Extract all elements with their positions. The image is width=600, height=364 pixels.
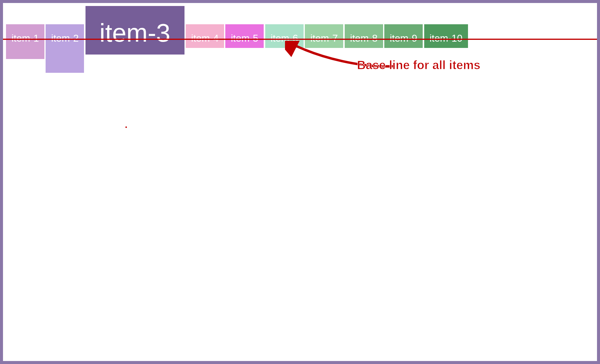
item-6: item-6 (265, 24, 304, 48)
item-2: item-2 (46, 24, 84, 73)
item-1: item-1 (6, 24, 44, 59)
item-10: item-10 (424, 24, 468, 48)
stray-dot-icon (125, 126, 127, 128)
baseline-rule (3, 39, 597, 40)
diagram-stage: item-1 item-2 item-3 item-4 item-5 item-… (3, 3, 597, 361)
item-9: item-9 (384, 24, 423, 48)
item-5: item-5 (225, 24, 264, 48)
item-4: item-4 (186, 24, 224, 48)
item-7: item-7 (305, 24, 343, 48)
item-3: item-3 (86, 6, 184, 55)
item-8: item-8 (345, 24, 383, 48)
annotation-caption: Base line for all items (357, 58, 480, 72)
